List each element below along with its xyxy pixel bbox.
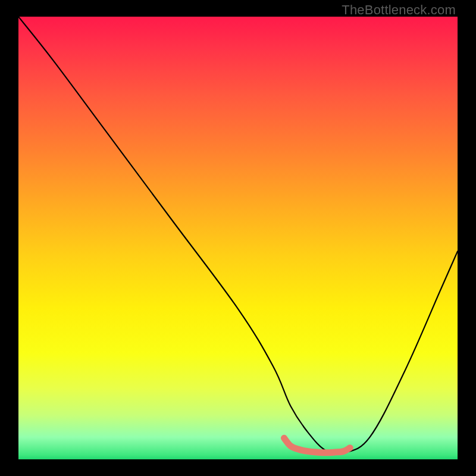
- chart-frame: TheBottleneck.com: [0, 0, 476, 476]
- plot-area: [18, 17, 458, 459]
- sweet-spot-line: [284, 438, 350, 453]
- bottleneck-curve-line: [18, 17, 458, 454]
- watermark-text: TheBottleneck.com: [342, 2, 456, 18]
- curve-layer: [18, 17, 458, 459]
